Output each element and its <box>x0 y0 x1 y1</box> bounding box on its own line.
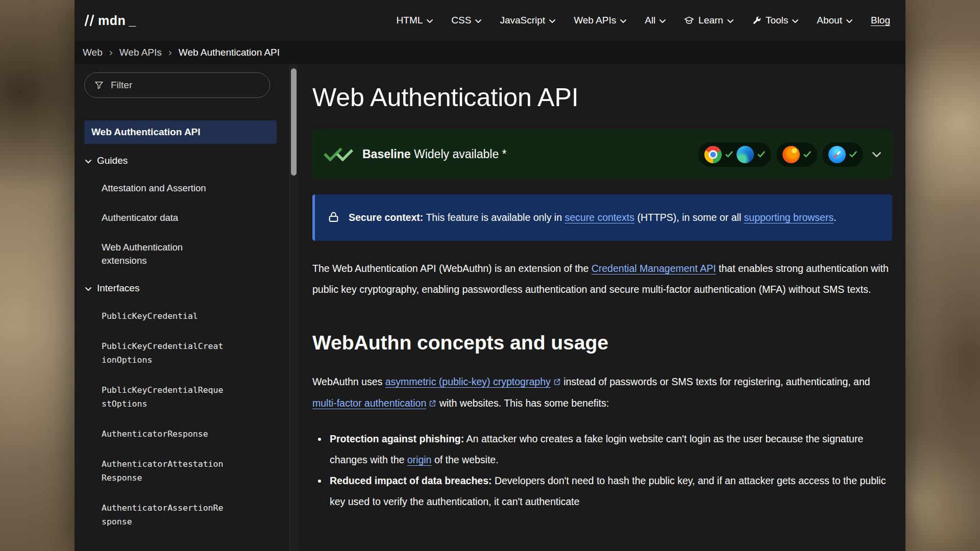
sidebar-list-item: Web Authentication extensions <box>102 233 289 276</box>
main-nav: HTMLCSSJavaScriptWeb APIsAllLearnToolsAb… <box>397 15 890 26</box>
link-supporting-browsers[interactable]: supporting browsers <box>744 212 834 223</box>
edge-icon <box>737 146 754 163</box>
benefits-list: Protection against phishing: An attacker… <box>312 429 892 512</box>
lock-icon <box>327 211 340 223</box>
breadcrumb-separator: › <box>168 46 172 58</box>
mdn-page: mdn _ HTMLCSSJavaScriptWeb APIsAllLearnT… <box>75 0 905 551</box>
chevron-down-icon <box>475 19 481 23</box>
nav-item-label: Blog <box>871 15 890 26</box>
sidebar-item-authenticatorassertionresponse[interactable]: AuthenticatorAssertionResponse <box>102 493 228 537</box>
sidebar-sublist: Attestation and AssertionAuthenticator d… <box>84 173 289 276</box>
nav-item-blog[interactable]: Blog <box>871 15 890 26</box>
sidebar-list-item: PublicKeyCredential <box>102 301 289 331</box>
link-multi-factor-authentication[interactable]: multi-factor authentication <box>312 397 436 409</box>
sidebar-item-publickeycredential[interactable]: PublicKeyCredential <box>102 301 228 331</box>
sidebar-item-publickeycredentialcreationoptions[interactable]: PublicKeyCredentialCreationOptions <box>102 331 228 375</box>
nav-item-label: Tools <box>766 15 788 26</box>
baseline-status-text: Widely available * <box>414 147 507 161</box>
nav-item-label: About <box>817 15 842 26</box>
nav-item-web-apis[interactable]: Web APIs <box>574 15 626 26</box>
bold-text: Reduced impact of data breaches: <box>330 475 492 486</box>
sidebar-list-item: AuthenticatorAssertionResponse <box>102 493 289 537</box>
mdn-logo-text: mdn <box>98 13 126 28</box>
check-icon <box>725 151 733 158</box>
sidebar-item-publickeycredentialrequestoptions[interactable]: PublicKeyCredentialRequestOptions <box>102 375 228 419</box>
nav-item-learn[interactable]: Learn <box>684 15 733 26</box>
concepts-paragraph: WebAuthn uses asymmetric (public-key) cr… <box>312 371 892 414</box>
link-credential-management-api[interactable]: Credential Management API <box>592 263 716 274</box>
secure-context-text: Secure context: This feature is availabl… <box>349 207 837 228</box>
scrollbar-thumb[interactable] <box>291 68 297 176</box>
sidebar-item-attestation-and-assertion[interactable]: Attestation and Assertion <box>102 173 228 203</box>
sidebar-item-authenticator-data[interactable]: Authenticator data <box>102 203 228 233</box>
nav-item-html[interactable]: HTML <box>397 15 433 26</box>
chevron-down-icon[interactable] <box>872 152 881 158</box>
sidebar-item-authenticatorresponse[interactable]: AuthenticatorResponse <box>102 419 228 449</box>
check-icon <box>757 151 765 158</box>
learn-icon <box>684 15 694 26</box>
sidebar-item-authenticatorattestationresponse[interactable]: AuthenticatorAttestationResponse <box>102 449 228 493</box>
baseline-status: Baseline Widely available * <box>362 147 507 161</box>
sidebar-list-item: PublicKeyCredentialRequestOptions <box>102 375 289 419</box>
tools-icon <box>752 16 762 26</box>
list-item: Protection against phishing: An attacker… <box>328 429 892 470</box>
browser-support-icons <box>698 142 863 167</box>
nav-item-css[interactable]: CSS <box>451 15 481 26</box>
link-secure-contexts[interactable]: secure contexts <box>565 212 634 223</box>
nav-item-all[interactable]: All <box>645 15 666 26</box>
sidebar-section-interfaces[interactable]: Interfaces <box>84 276 289 301</box>
bold-text: Secure context: <box>349 212 423 223</box>
sidebar-list-item: AuthenticatorResponse <box>102 419 289 449</box>
nav-item-about[interactable]: About <box>817 15 852 26</box>
baseline-banner[interactable]: Baseline Widely available * <box>312 130 892 179</box>
chevron-down-icon <box>85 159 91 164</box>
intro-paragraph: The Web Authentication API (WebAuthn) is… <box>312 258 892 300</box>
breadcrumb-separator: › <box>109 46 113 58</box>
chevron-down-icon <box>85 287 91 291</box>
chevron-down-icon <box>659 19 666 23</box>
sidebar: Web Authentication API GuidesAttestation… <box>75 64 298 551</box>
browser-pill[interactable] <box>822 142 863 167</box>
browser-pill[interactable] <box>776 142 817 167</box>
sidebar-section-guides[interactable]: Guides <box>84 148 289 173</box>
sidebar-item-current[interactable]: Web Authentication API <box>84 120 277 144</box>
nav-item-label: JavaScript <box>500 15 545 26</box>
nav-item-javascript[interactable]: JavaScript <box>500 15 555 26</box>
list-item: Reduced impact of data breaches: Develop… <box>328 470 892 512</box>
chevron-down-icon <box>620 19 626 23</box>
chevron-down-icon <box>846 19 852 23</box>
mdn-logo-icon <box>83 14 96 27</box>
top-navigation-bar: mdn _ HTMLCSSJavaScriptWeb APIsAllLearnT… <box>75 0 905 41</box>
browser-pill[interactable] <box>698 142 771 167</box>
chrome-icon <box>704 146 722 163</box>
mdn-logo[interactable]: mdn _ <box>83 13 136 28</box>
mdn-logo-cursor: _ <box>129 13 136 28</box>
breadcrumb-item-web-apis[interactable]: Web APIs <box>119 47 162 58</box>
chevron-down-icon <box>427 19 433 23</box>
sidebar-sublist: PublicKeyCredentialPublicKeyCredentialCr… <box>84 301 289 537</box>
bold-text: Protection against phishing: <box>330 433 464 444</box>
page-title: Web Authentication API <box>312 83 892 112</box>
filter-icon <box>94 80 104 90</box>
sidebar-filter[interactable] <box>84 72 270 98</box>
baseline-check-icon <box>324 148 353 161</box>
content-layout: Web Authentication API GuidesAttestation… <box>75 64 905 551</box>
sidebar-list-item: AuthenticatorAttestationResponse <box>102 449 289 493</box>
nav-item-label: Web APIs <box>574 15 616 26</box>
sidebar-item-web-authentication-extensions[interactable]: Web Authentication extensions <box>102 233 228 276</box>
breadcrumb-item-web[interactable]: Web <box>83 47 103 58</box>
sidebar-nav: Web Authentication API GuidesAttestation… <box>84 120 289 537</box>
link-origin[interactable]: origin <box>407 454 432 465</box>
sidebar-section-label: Interfaces <box>97 283 139 294</box>
check-icon <box>803 151 811 158</box>
nav-item-tools[interactable]: Tools <box>752 15 798 26</box>
sidebar-scrollbar[interactable] <box>289 64 298 551</box>
check-icon <box>849 151 857 158</box>
safari-icon <box>828 146 846 163</box>
filter-input[interactable] <box>110 79 260 91</box>
nav-item-label: Learn <box>698 15 723 26</box>
chevron-down-icon <box>727 19 733 23</box>
breadcrumb-item-web-authentication-api[interactable]: Web Authentication API <box>179 47 280 58</box>
link-asymmetric-public-key-cryptography[interactable]: asymmetric (public-key) cryptography <box>385 376 561 387</box>
nav-item-label: HTML <box>397 15 423 26</box>
